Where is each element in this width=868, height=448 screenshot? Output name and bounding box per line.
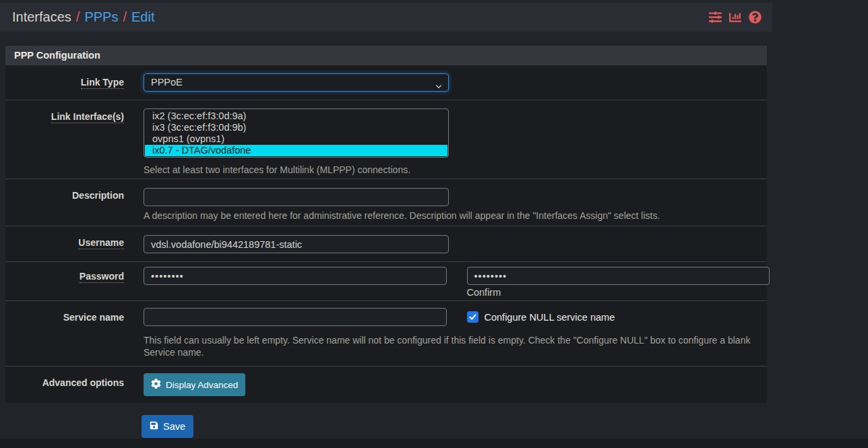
breadcrumb: Interfaces / PPPs / Edit (12, 9, 154, 25)
display-advanced-button[interactable]: Display Advanced (144, 373, 245, 396)
top-navbar: Interfaces / PPPs / Edit (0, 3, 772, 32)
help-icon[interactable] (749, 11, 762, 24)
form-row-service-name: Service name Configure NULL service name (5, 301, 767, 366)
form-row-password: Password Confirm (5, 262, 767, 301)
description-input[interactable] (144, 188, 449, 206)
save-icon (150, 421, 158, 432)
configure-null-checkbox[interactable] (467, 311, 478, 323)
panel-title: PPP Configuration (5, 46, 767, 65)
breadcrumb-link-edit[interactable]: Edit (131, 9, 154, 25)
service-name-help: This field can usually be left empty. Se… (144, 334, 753, 358)
form-row-link-type: Link Type PPPoE (5, 65, 767, 100)
description-help: A description may be entered here for ad… (144, 210, 770, 222)
description-label: Description (72, 190, 124, 201)
form-row-description: Description A description may be entered… (5, 179, 767, 226)
gear-icon (151, 379, 161, 391)
select-option[interactable]: ix3 (3c:ec:ef:f3:0d:9b) (145, 122, 447, 133)
ppp-configuration-panel: PPP Configuration Link Type PPPoE Link I… (5, 46, 767, 403)
display-advanced-label: Display Advanced (166, 380, 238, 390)
breadcrumb-link-ppps[interactable]: PPPs (84, 9, 118, 25)
save-label: Save (163, 421, 185, 432)
service-name-input[interactable] (144, 308, 447, 326)
select-option[interactable]: ix0.7 - DTAG/vodafone (145, 145, 447, 156)
password-confirm-input[interactable] (467, 267, 770, 285)
breadcrumb-separator: / (76, 9, 80, 25)
configure-null-checkbox-label[interactable]: Configure NULL service name (485, 312, 615, 323)
link-interfaces-label: Link Interface(s) (51, 111, 124, 123)
footer-bar (0, 439, 868, 448)
link-type-select[interactable]: PPPoE (144, 73, 449, 92)
form-row-advanced-options: Advanced options Display Advanced (5, 366, 767, 403)
select-option[interactable]: ix2 (3c:ec:ef:f3:0d:9a) (145, 110, 447, 122)
confirm-label: Confirm (467, 287, 770, 298)
link-interfaces-help: Select at least two interfaces for Multi… (144, 164, 770, 176)
username-input[interactable] (144, 235, 449, 253)
select-option[interactable]: ovpns1 (ovpns1) (145, 133, 447, 145)
chart-bar-icon[interactable] (729, 11, 741, 24)
chevron-down-icon (435, 79, 443, 96)
navbar-icons (709, 11, 762, 24)
advanced-options-label: Advanced options (42, 377, 124, 388)
form-row-username: Username (5, 226, 767, 262)
password-input[interactable] (144, 267, 447, 285)
main-content: Interfaces / PPPs / Edit PPP Configurati… (0, 0, 772, 438)
link-type-label: Link Type (81, 77, 124, 89)
save-button[interactable]: Save (142, 415, 193, 438)
breadcrumb-separator: / (123, 9, 127, 25)
link-type-selected-value: PPPoE (151, 77, 183, 88)
link-interfaces-select[interactable]: ix2 (3c:ec:ef:f3:0d:9a)ix3 (3c:ec:ef:f3:… (144, 108, 449, 158)
breadcrumb-section: Interfaces (12, 9, 71, 25)
password-label: Password (80, 271, 124, 283)
service-name-label: Service name (63, 312, 124, 323)
form-row-link-interfaces: Link Interface(s) ix2 (3c:ec:ef:f3:0d:9a… (5, 100, 767, 179)
username-label: Username (78, 237, 124, 249)
sliders-icon[interactable] (709, 11, 722, 24)
save-row: Save (142, 415, 772, 438)
